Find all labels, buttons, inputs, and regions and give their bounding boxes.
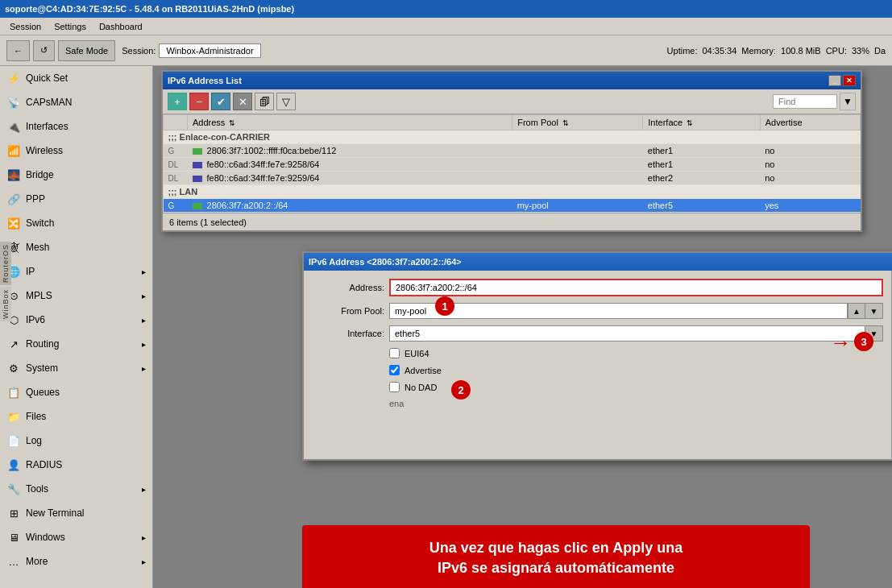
- find-dropdown-button[interactable]: ▼: [840, 93, 856, 110]
- dialog-body: Address: From Pool: ▲ ▼ Inte: [304, 271, 892, 459]
- status-text: 6 items (1 selected): [169, 217, 247, 227]
- address-row: Address:: [312, 279, 883, 296]
- sidebar-item-tools[interactable]: 🔧 Tools ▸: [0, 477, 152, 501]
- interface-row: Interface: ▼: [312, 325, 883, 342]
- from-pool-row: From Pool: ▲ ▼: [312, 303, 883, 319]
- table-row[interactable]: DL fe80::c6ad:34ff:fe7e:9259/64 ether2 n…: [164, 172, 861, 185]
- dialog-form: Address: From Pool: ▲ ▼ Inte: [304, 271, 891, 459]
- ppp-icon: 🔗: [6, 192, 21, 206]
- memory-label: Memory:: [741, 46, 776, 56]
- no-dad-checkbox[interactable]: [389, 382, 400, 392]
- radius-icon: 👤: [6, 458, 21, 472]
- toolbar: ← ↺ Safe Mode Session: Winbox-Administra…: [0, 35, 892, 66]
- back-button[interactable]: ←: [6, 40, 30, 61]
- uptime-label: Uptime:: [667, 46, 698, 56]
- sidebar-item-log[interactable]: 📄 Log: [0, 429, 152, 453]
- refresh-button[interactable]: ↺: [33, 40, 55, 61]
- safemode-button[interactable]: Safe Mode: [58, 40, 115, 61]
- new-terminal-icon: ⊞: [6, 506, 21, 520]
- from-pool-input[interactable]: [389, 303, 848, 319]
- sidebar-item-files[interactable]: 📁 Files: [0, 404, 152, 429]
- col-address[interactable]: Address ⇅: [188, 115, 512, 130]
- no-dad-row: No DAD: [389, 382, 883, 392]
- row-adv-1: no: [760, 144, 860, 158]
- title-text: soporte@C4:AD:34:7E:92:5C - 5.48.4 on RB…: [5, 4, 887, 14]
- eui64-row: EUI64: [389, 348, 883, 358]
- sidebar-item-switch[interactable]: 🔀 Switch: [0, 211, 152, 235]
- sidebar-item-radius[interactable]: 👤 RADIUS: [0, 453, 152, 477]
- row-pool-3: [512, 172, 643, 185]
- group-name-carrier: ;;; Enlace-con-CARRIER: [164, 130, 861, 144]
- sidebar-item-bridge[interactable]: 🌉 Bridge: [0, 163, 152, 187]
- sidebar-item-windows[interactable]: 🖥 Windows ▸: [0, 525, 152, 549]
- cpu-value: 33%: [852, 46, 869, 56]
- table-row-selected[interactable]: G 2806:3f7:a200:2::/64 my-pool ether5 ye…: [164, 199, 861, 213]
- col-advertise[interactable]: Advertise: [760, 115, 860, 130]
- interface-down-btn[interactable]: ▼: [865, 325, 883, 342]
- sidebar-item-system[interactable]: ⚙ System ▸: [0, 356, 152, 380]
- sidebar-item-ip[interactable]: 🌐 IP ▸: [0, 259, 152, 284]
- close-button[interactable]: ✕: [843, 75, 856, 86]
- sidebar-item-more[interactable]: … More ▸: [0, 549, 152, 574]
- sidebar-item-ppp[interactable]: 🔗 PPP: [0, 187, 152, 211]
- table-row[interactable]: DL fe80::c6ad:34ff:fe7e:9258/64 ether1 n…: [164, 158, 861, 172]
- enable-button[interactable]: ✔: [211, 93, 230, 110]
- sidebar-item-ipv6[interactable]: ⬡ IPv6 ▸: [0, 308, 152, 332]
- title-bar: soporte@C4:AD:34:7E:92:5C - 5.48.4 on RB…: [0, 0, 892, 18]
- add-button[interactable]: +: [168, 93, 187, 110]
- red-banner: Una vez que hagas clic en Apply una IPv6…: [302, 525, 810, 588]
- from-pool-down-btn[interactable]: ▼: [865, 303, 883, 319]
- queues-icon: 📋: [6, 385, 21, 400]
- ipv6-dialog-titlebar[interactable]: IPv6 Address <2806:3f7:a200:2::/64> _ ✕: [304, 253, 892, 271]
- mpls-arrow: ▸: [142, 292, 146, 300]
- sidebar-item-wireless[interactable]: 📶 Wireless: [0, 139, 152, 163]
- mpls-icon: ⊙: [6, 288, 21, 303]
- col-from-pool[interactable]: From Pool ⇅: [512, 115, 643, 130]
- sidebar-label-more: More: [26, 556, 48, 567]
- windows-icon: 🖥: [6, 530, 21, 545]
- settings-button[interactable]: 🗐: [255, 93, 274, 110]
- sidebar-item-mpls[interactable]: ⊙ MPLS ▸: [0, 284, 152, 308]
- sidebar-label-log: Log: [26, 435, 42, 446]
- sidebar-item-interfaces[interactable]: 🔌 Interfaces: [0, 114, 152, 139]
- ipv6-dialog: IPv6 Address <2806:3f7:a200:2::/64> _ ✕ …: [302, 251, 892, 461]
- menu-dashboard[interactable]: Dashboard: [93, 20, 149, 33]
- col-empty[interactable]: [164, 115, 188, 130]
- row-type-dl1: DL: [164, 158, 188, 172]
- sidebar-item-capsman[interactable]: 📡 CAPsMAN: [0, 90, 152, 114]
- row-type-dl2: DL: [164, 172, 188, 185]
- col-interface[interactable]: Interface ⇅: [643, 115, 760, 130]
- sidebar-item-queues[interactable]: 📋 Queues: [0, 380, 152, 404]
- content-area: IPv6 Address List _ ✕ + − ✔ ✕ 🗐 ▽ ▼: [153, 66, 892, 588]
- menu-settings[interactable]: Settings: [48, 20, 93, 33]
- advertise-checkbox[interactable]: [389, 365, 400, 375]
- mesh-icon: 🕸: [6, 240, 21, 255]
- ipv6-dialog-title: IPv6 Address <2806:3f7:a200:2::/64>: [309, 257, 892, 267]
- disable-button[interactable]: ✕: [233, 93, 252, 110]
- sidebar-item-mesh[interactable]: 🕸 Mesh: [0, 235, 152, 259]
- remove-button[interactable]: −: [189, 93, 209, 110]
- filter-button[interactable]: ▽: [276, 93, 296, 110]
- more-icon: …: [6, 554, 21, 569]
- minimize-button[interactable]: _: [828, 75, 841, 86]
- sidebar: ⚡ Quick Set 📡 CAPsMAN 🔌 Interfaces 📶 Wir…: [0, 66, 153, 588]
- bridge-icon: 🌉: [6, 168, 21, 182]
- sidebar-item-new-terminal[interactable]: ⊞ New Terminal: [0, 501, 152, 525]
- find-input[interactable]: [773, 94, 837, 109]
- eui64-checkbox[interactable]: [389, 348, 400, 358]
- table-row[interactable]: G 2806:3f7:1002::ffff:f0ca:bebe/112 ethe…: [164, 144, 861, 158]
- ipv6-list-toolbar: + − ✔ ✕ 🗐 ▽ ▼: [163, 89, 861, 114]
- row-iface-4: ether5: [643, 199, 760, 213]
- address-input[interactable]: [389, 279, 883, 296]
- interface-input[interactable]: [389, 325, 865, 342]
- menu-session[interactable]: Session: [3, 20, 48, 33]
- routing-arrow: ▸: [142, 340, 146, 349]
- sidebar-item-routing[interactable]: ↗ Routing ▸: [0, 332, 152, 356]
- sidebar-item-quick-set[interactable]: ⚡ Quick Set: [0, 66, 152, 90]
- ipv6-list-titlebar[interactable]: IPv6 Address List _ ✕: [163, 72, 861, 89]
- row-address-4: 2806:3f7:a200:2::/64: [188, 199, 512, 213]
- sidebar-label-quick-set: Quick Set: [26, 72, 68, 84]
- from-pool-up-btn[interactable]: ▲: [848, 303, 865, 319]
- sidebar-label-ip: IP: [26, 266, 35, 277]
- ipv6-list-window: IPv6 Address List _ ✕ + − ✔ ✕ 🗐 ▽ ▼: [161, 70, 862, 232]
